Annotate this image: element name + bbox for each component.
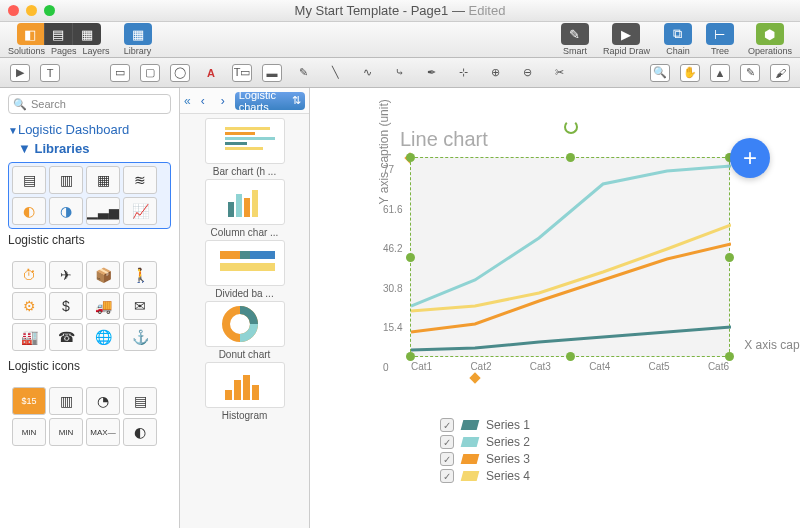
toolbar-tree[interactable]: ⊢Tree — [706, 23, 734, 56]
svg-rect-17 — [252, 385, 259, 400]
chart-plot-area[interactable]: Y axis caption (unit) X axis caption 77 … — [410, 157, 730, 357]
icon-thumb[interactable]: ☎ — [49, 323, 83, 351]
chart-thumb[interactable]: ▥ — [49, 166, 83, 194]
sidebar-libraries[interactable]: ▼ Libraries — [18, 141, 171, 156]
line-chart-object[interactable]: Line chart Y axis caption (unit) X axis … — [370, 128, 740, 408]
ellipse-tool[interactable]: ◯ — [170, 64, 190, 82]
shapes-panel: « ‹ › Logistic charts⇅ Bar chart (h ... … — [180, 88, 310, 528]
chart-thumb[interactable]: ≋ — [123, 166, 157, 194]
scissors-tool[interactable]: ✂ — [548, 64, 570, 82]
chart-thumb[interactable]: ◑ — [49, 197, 83, 225]
eyedropper-tool[interactable]: ✎ — [740, 64, 760, 82]
icon-thumb[interactable]: ✈ — [49, 261, 83, 289]
textbox-tool[interactable]: T▭ — [232, 64, 252, 82]
panel-item[interactable]: Column char ... — [205, 179, 285, 238]
toolbar-chain[interactable]: ⧉Chain — [664, 23, 692, 56]
anchor-diamond-icon[interactable] — [469, 372, 480, 383]
chart-thumb[interactable]: ◐ — [12, 197, 46, 225]
stamp-tool[interactable]: ▲ — [710, 64, 730, 82]
icon-thumb[interactable]: ⚓ — [123, 323, 157, 351]
zoom-tool[interactable]: 🔍 — [650, 64, 670, 82]
library-extra[interactable]: $15 ▥ ◔ ▤ MIN MIN MAX— ◐ — [8, 383, 171, 450]
svg-rect-3 — [225, 142, 247, 145]
library-logistic-icons[interactable]: ⏱ ✈ 📦 🚶 ⚙ $ 🚚 ✉ 🏭 ☎ 🌐 ⚓ Logistic icons — [8, 257, 171, 373]
collapse-icon[interactable]: « — [184, 94, 191, 108]
chart-thumb[interactable]: ◐ — [123, 418, 157, 446]
icon-thumb[interactable]: ✉ — [123, 292, 157, 320]
selection-handle[interactable] — [406, 253, 415, 262]
library-logistic-charts[interactable]: ▤ ▥ ▦ ≋ ◐ ◑ ▁▃▅ 📈 Logistic charts — [8, 162, 171, 247]
icon-thumb[interactable]: 🚚 — [86, 292, 120, 320]
checkbox-icon[interactable]: ✓ — [440, 435, 454, 449]
selection-handle[interactable] — [725, 253, 734, 262]
chart-thumb[interactable]: 📈 — [123, 197, 157, 225]
panel-item[interactable]: Divided ba ... — [205, 240, 285, 299]
legend-item[interactable]: ✓Series 3 — [440, 452, 530, 466]
nav-forward-icon[interactable]: › — [215, 93, 231, 109]
selection-handle[interactable] — [725, 352, 734, 361]
legend-item[interactable]: ✓Series 4 — [440, 469, 530, 483]
remove-anchor-tool[interactable]: ⊖ — [516, 64, 538, 82]
icon-thumb[interactable]: $ — [49, 292, 83, 320]
toolbar-rapiddraw[interactable]: ▶Rapid Draw — [603, 23, 650, 56]
panel-item[interactable]: Histogram — [205, 362, 285, 421]
icon-thumb[interactable]: 🏭 — [12, 323, 46, 351]
svg-rect-15 — [234, 380, 241, 400]
legend-swatch — [461, 454, 480, 464]
curve-tool[interactable]: ∿ — [356, 64, 378, 82]
selection-handle[interactable] — [566, 352, 575, 361]
panel-dropdown[interactable]: Logistic charts⇅ — [235, 92, 305, 110]
chart-thumb[interactable]: MAX— — [86, 418, 120, 446]
selection-handle[interactable] — [406, 352, 415, 361]
callout-tool[interactable]: ▬ — [262, 64, 282, 82]
brush-tool[interactable]: 🖌 — [770, 64, 790, 82]
toolbar-solutions[interactable]: ◧▤▦ Solutions Pages Layers — [8, 23, 110, 56]
icon-thumb[interactable]: ⏱ — [12, 261, 46, 289]
icon-thumb[interactable]: 🚶 — [123, 261, 157, 289]
checkbox-icon[interactable]: ✓ — [440, 452, 454, 466]
sidebar-dashboard[interactable]: ▼Logistic Dashboard — [8, 122, 171, 137]
icon-thumb[interactable]: ⚙ — [12, 292, 46, 320]
text-tool[interactable]: T — [40, 64, 60, 82]
chart-thumb[interactable]: ▁▃▅ — [86, 197, 120, 225]
toolbar-operations[interactable]: ⬢Operations — [748, 23, 792, 56]
pointer-tool[interactable]: ▶ — [10, 64, 30, 82]
operations-icon: ⬢ — [756, 23, 784, 45]
legend-item[interactable]: ✓Series 1 — [440, 418, 530, 432]
rotate-handle-icon[interactable] — [564, 120, 576, 132]
hand-tool[interactable]: ✋ — [680, 64, 700, 82]
line-tool[interactable]: ╲ — [324, 64, 346, 82]
anchor-tool[interactable]: ⊹ — [452, 64, 474, 82]
chart-thumb[interactable]: ▦ — [86, 166, 120, 194]
pencil-tool[interactable]: ✎ — [292, 64, 314, 82]
connector-tool[interactable]: ⤷ — [388, 64, 410, 82]
chart-thumb[interactable]: $15 — [12, 387, 46, 415]
panel-item[interactable]: Bar chart (h ... — [205, 118, 285, 177]
chart-thumb[interactable]: ▤ — [123, 387, 157, 415]
chart-thumb[interactable]: ▥ — [49, 387, 83, 415]
toolbar-library[interactable]: ▦ Library — [124, 23, 152, 56]
icon-thumb[interactable]: 🌐 — [86, 323, 120, 351]
pen-tool[interactable]: ✒ — [420, 64, 442, 82]
panel-item[interactable]: Donut chart — [205, 301, 285, 360]
checkbox-icon[interactable]: ✓ — [440, 418, 454, 432]
legend-item[interactable]: ✓Series 2 — [440, 435, 530, 449]
text-a-tool[interactable]: A — [200, 64, 222, 82]
checkbox-icon[interactable]: ✓ — [440, 469, 454, 483]
selection-handle[interactable] — [406, 153, 415, 162]
svg-rect-10 — [220, 251, 240, 259]
search-input[interactable]: 🔍 Search — [8, 94, 171, 114]
selection-handle[interactable] — [566, 153, 575, 162]
chart-thumb[interactable]: MIN — [12, 418, 46, 446]
rect-tool[interactable]: ▭ — [110, 64, 130, 82]
roundrect-tool[interactable]: ▢ — [140, 64, 160, 82]
chart-thumb[interactable]: MIN — [49, 418, 83, 446]
icon-thumb[interactable]: 📦 — [86, 261, 120, 289]
toolbar-smart[interactable]: ✎Smart — [561, 23, 589, 56]
add-fab-button[interactable]: + — [730, 138, 770, 178]
nav-back-icon[interactable]: ‹ — [195, 93, 211, 109]
chart-thumb[interactable]: ◔ — [86, 387, 120, 415]
chart-thumb[interactable]: ▤ — [12, 166, 46, 194]
canvas[interactable]: Line chart Y axis caption (unit) X axis … — [310, 88, 800, 528]
add-anchor-tool[interactable]: ⊕ — [484, 64, 506, 82]
